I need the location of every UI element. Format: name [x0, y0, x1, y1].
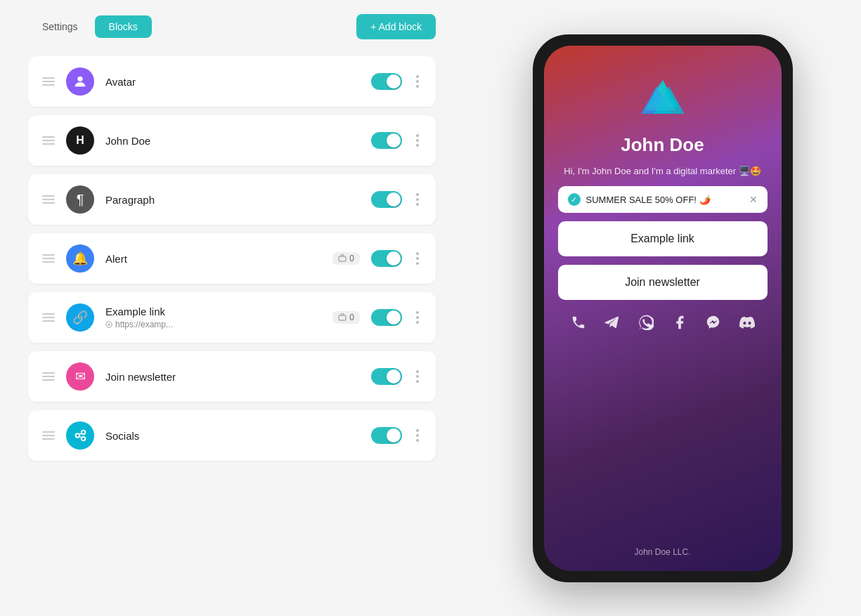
paragraph-icon: ¶	[66, 185, 94, 214]
paragraph-toggle[interactable]	[371, 191, 402, 208]
svg-point-0	[77, 77, 82, 81]
john-doe-icon: H	[66, 126, 94, 155]
example-link-badge: 0	[332, 311, 360, 324]
drag-handle-avatar[interactable]	[42, 77, 55, 86]
social-icon-facebook[interactable]	[668, 311, 691, 334]
join-newsletter-info: Join newsletter	[105, 371, 360, 383]
svg-rect-3	[339, 315, 346, 320]
tab-settings[interactable]: Settings	[28, 15, 92, 38]
example-link-label: Example link	[105, 306, 321, 317]
john-doe-toggle[interactable]	[371, 132, 402, 149]
block-row-socials: Socials	[28, 410, 436, 461]
phone-join-newsletter-button[interactable]: Join newsletter	[558, 265, 768, 300]
join-newsletter-more-button[interactable]	[413, 367, 422, 386]
example-link-more-button[interactable]	[413, 308, 422, 327]
example-link-toggle[interactable]	[371, 309, 402, 326]
svg-line-7	[79, 433, 82, 435]
drag-handle-paragraph[interactable]	[42, 195, 55, 204]
paragraph-info: Paragraph	[105, 194, 360, 206]
svg-point-6	[82, 437, 86, 441]
avatar-toggle[interactable]	[371, 73, 402, 90]
svg-line-8	[79, 436, 82, 438]
social-icon-whatsapp[interactable]	[635, 311, 657, 334]
phone-user-name: John Doe	[621, 134, 704, 156]
avatar-info: Avatar	[105, 76, 360, 88]
avatar-icon	[66, 67, 94, 96]
alert-label: Alert	[105, 253, 321, 265]
phone-social-row	[567, 311, 758, 334]
phone-footer: John Doe LLC.	[634, 542, 690, 557]
john-doe-label: John Doe	[105, 135, 360, 147]
drag-handle-example-link[interactable]	[42, 313, 55, 322]
alert-close-icon[interactable]: ✕	[749, 194, 758, 205]
join-newsletter-toggle[interactable]	[371, 368, 402, 385]
tab-blocks[interactable]: Blocks	[95, 15, 152, 38]
social-icon-messenger[interactable]	[702, 311, 725, 334]
alert-check-icon: ✓	[568, 193, 581, 206]
john-doe-more-button[interactable]	[413, 131, 422, 150]
socials-toggle[interactable]	[371, 427, 402, 444]
alert-badge: 0	[332, 252, 360, 265]
phone-example-link-button[interactable]: Example link	[558, 221, 768, 256]
phone-bio: Hi, I'm John Doe and I'm a digital marke…	[564, 164, 760, 178]
block-row-example-link: 🔗 Example link https://examp... 0	[28, 292, 436, 343]
add-block-button[interactable]: + Add block	[356, 14, 436, 39]
socials-info: Socials	[105, 430, 360, 442]
block-row-join-newsletter: ✉ Join newsletter	[28, 351, 436, 402]
block-row-john-doe: H John Doe	[28, 115, 436, 166]
example-link-sublabel: https://examp...	[105, 320, 321, 329]
phone-logo	[638, 74, 687, 126]
drag-handle-join-newsletter[interactable]	[42, 372, 55, 381]
drag-handle-socials[interactable]	[42, 431, 55, 440]
example-link-info: Example link https://examp...	[105, 306, 321, 329]
tabs: Settings Blocks	[28, 15, 152, 38]
svg-point-5	[82, 431, 86, 435]
left-panel: Settings Blocks + Add block Avatar	[0, 0, 464, 616]
social-icon-telegram[interactable]	[601, 311, 623, 334]
alert-icon: 🔔	[66, 244, 94, 273]
block-row-paragraph: ¶ Paragraph	[28, 174, 436, 225]
social-icon-discord[interactable]	[736, 311, 758, 334]
paragraph-more-button[interactable]	[413, 190, 422, 209]
john-doe-info: John Doe	[105, 135, 360, 147]
social-icon-phone[interactable]	[567, 311, 590, 334]
alert-info: Alert	[105, 253, 321, 265]
svg-point-4	[76, 433, 80, 438]
join-newsletter-icon: ✉	[66, 362, 94, 391]
drag-handle-john-doe[interactable]	[42, 136, 55, 145]
alert-more-button[interactable]	[413, 249, 422, 268]
block-row-avatar: Avatar	[28, 56, 436, 107]
block-row-alert: 🔔 Alert 0	[28, 233, 436, 284]
alert-text: SUMMER SALE 50% OFF! 🌶️	[586, 195, 711, 205]
block-list: Avatar H John Doe ¶	[28, 56, 436, 461]
socials-label: Socials	[105, 430, 360, 442]
example-link-icon: 🔗	[66, 303, 94, 332]
socials-icon	[66, 421, 94, 450]
avatar-more-button[interactable]	[413, 72, 422, 91]
join-newsletter-label: Join newsletter	[105, 371, 360, 383]
drag-handle-alert[interactable]	[42, 254, 55, 263]
paragraph-label: Paragraph	[105, 194, 360, 206]
phone-frame: John Doe Hi, I'm John Doe and I'm a digi…	[533, 34, 793, 582]
alert-toggle[interactable]	[371, 250, 402, 267]
header-bar: Settings Blocks + Add block	[28, 14, 436, 39]
phone-screen: John Doe Hi, I'm John Doe and I'm a digi…	[544, 46, 782, 571]
avatar-label: Avatar	[105, 76, 360, 88]
right-panel: John Doe Hi, I'm John Doe and I'm a digi…	[464, 0, 861, 616]
socials-more-button[interactable]	[413, 426, 422, 445]
svg-rect-1	[339, 256, 346, 261]
phone-alert-bar: ✓ SUMMER SALE 50% OFF! 🌶️ ✕	[558, 186, 768, 213]
